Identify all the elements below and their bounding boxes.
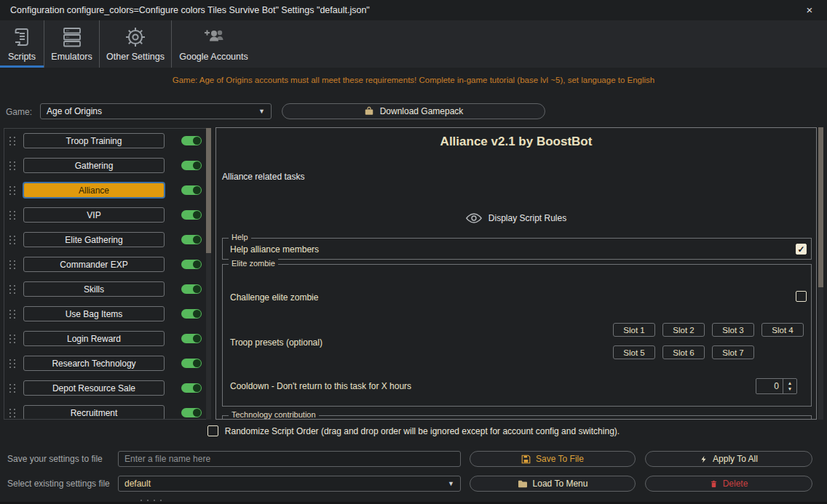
challenge-elite-zombie-checkbox[interactable]: ✓ xyxy=(796,291,807,302)
script-list-item: Research Technology xyxy=(4,356,210,371)
toggle-knob xyxy=(193,384,201,392)
script-button[interactable]: Gathering xyxy=(23,158,165,173)
drag-handle-icon[interactable] xyxy=(9,137,20,145)
panel-scrollbar-thumb[interactable] xyxy=(818,127,823,287)
drag-handle-icon[interactable] xyxy=(9,409,20,417)
script-settings-panel: Alliance v2.1 by BoostBot Alliance relat… xyxy=(215,127,817,420)
script-list-item: Use Bag Items xyxy=(4,306,210,321)
troop-presets-label: Troop presets (optional) xyxy=(230,337,323,348)
drag-handle-icon[interactable] xyxy=(9,161,20,170)
help-group: Help Help alliance members ✓ xyxy=(222,238,812,260)
cooldown-spinner: ▲ ▼ xyxy=(756,378,797,394)
file-name-input[interactable] xyxy=(118,451,461,467)
script-enabled-toggle[interactable] xyxy=(181,359,202,368)
window-title: Configuration configure_colors=Configure… xyxy=(10,5,370,15)
script-button[interactable]: Depot Resource Sale xyxy=(23,380,165,396)
script-enabled-toggle[interactable] xyxy=(181,210,202,220)
slot-button[interactable]: Slot 3 xyxy=(712,323,754,337)
script-enabled-toggle[interactable] xyxy=(181,136,202,145)
tab-other-settings[interactable]: Other Settings xyxy=(99,20,171,68)
save-settings-label: Save your settings to file xyxy=(7,451,103,467)
script-button[interactable]: Login Reward xyxy=(23,331,165,346)
tab-emulators[interactable]: Emulators xyxy=(44,20,99,68)
script-enabled-toggle[interactable] xyxy=(181,161,202,170)
slot-button[interactable]: Slot 7 xyxy=(712,345,754,359)
sidebar-scrollbar-thumb[interactable] xyxy=(206,128,211,253)
drag-handle-icon[interactable] xyxy=(9,384,20,393)
script-button[interactable]: Elite Gathering xyxy=(23,232,165,247)
drag-handle-icon[interactable] xyxy=(9,236,20,244)
game-select[interactable]: Age of Origins ▼ xyxy=(40,103,272,119)
help-alliance-members-checkbox[interactable]: ✓ xyxy=(796,244,807,255)
drag-handle-icon[interactable] xyxy=(9,260,20,269)
script-enabled-toggle[interactable] xyxy=(181,185,202,195)
script-enabled-toggle[interactable] xyxy=(181,260,202,269)
slot-button[interactable]: Slot 2 xyxy=(662,323,705,337)
script-list-item: Commander EXP xyxy=(4,257,210,272)
sidebar-scrollbar[interactable] xyxy=(206,128,211,420)
randomize-order-label: Randomize Script Order (drag and drop or… xyxy=(225,426,620,436)
script-enabled-toggle[interactable] xyxy=(181,383,202,393)
tab-google-accounts[interactable]: Google Accounts xyxy=(171,20,256,68)
eye-icon xyxy=(466,212,482,224)
script-enabled-toggle[interactable] xyxy=(181,235,202,244)
toggle-knob xyxy=(193,260,201,268)
script-enabled-toggle[interactable] xyxy=(181,408,202,417)
script-list-item: Login Reward xyxy=(4,331,210,346)
script-list-item: Elite Gathering xyxy=(4,232,210,247)
tab-label: Emulators xyxy=(51,52,92,62)
load-to-menu-button[interactable]: Load To Menu xyxy=(470,476,636,492)
display-script-rules-button[interactable]: Display Script Rules xyxy=(216,212,816,224)
cooldown-input[interactable] xyxy=(756,379,783,393)
randomize-order-checkbox[interactable]: ✓ xyxy=(207,425,218,436)
cooldown-label: Cooldown - Don't return to this task for… xyxy=(230,381,411,391)
panel-scrollbar[interactable] xyxy=(818,127,823,420)
script-button[interactable]: Recruitment xyxy=(23,405,165,420)
drag-handle-icon[interactable] xyxy=(9,186,20,195)
drag-handle-icon[interactable] xyxy=(9,211,20,220)
script-button[interactable]: Use Bag Items xyxy=(23,306,165,321)
add-people-icon xyxy=(202,25,226,49)
drag-handle-icon[interactable] xyxy=(9,359,20,368)
chevron-down-icon: ▼ xyxy=(448,480,454,487)
script-button[interactable]: Alliance xyxy=(23,183,165,198)
drag-handle-icon[interactable] xyxy=(9,285,20,294)
slot-button[interactable]: Slot 1 xyxy=(613,323,655,337)
tab-label: Scripts xyxy=(8,52,36,62)
delete-button[interactable]: Delete xyxy=(645,476,812,492)
close-icon[interactable]: × xyxy=(801,3,818,17)
troop-preset-slots: Slot 1 Slot 2 Slot 3 Slot 4 Slot 5 Slot … xyxy=(613,323,807,359)
floppy-disk-icon xyxy=(521,455,531,464)
spinner-down-icon[interactable]: ▼ xyxy=(788,387,792,392)
randomize-row: ✓ Randomize Script Order (drag and drop … xyxy=(0,425,827,436)
script-button[interactable]: Commander EXP xyxy=(23,257,165,272)
script-enabled-toggle[interactable] xyxy=(181,334,202,343)
settings-file-select[interactable]: default ▼ xyxy=(118,476,461,492)
toggle-knob xyxy=(193,335,201,343)
script-list-item: Skills xyxy=(4,281,210,297)
tab-bar: Scripts Emulators Other Settings xyxy=(0,20,827,68)
script-button[interactable]: Troop Training xyxy=(23,133,165,148)
elite-zombie-group: Elite zombie Challenge elite zombie ✓ Tr… xyxy=(222,264,812,407)
slot-button[interactable]: Slot 6 xyxy=(662,345,705,359)
tab-label: Google Accounts xyxy=(179,52,248,62)
script-enabled-toggle[interactable] xyxy=(181,309,202,319)
trash-icon xyxy=(710,479,718,489)
spinner-up-icon[interactable]: ▲ xyxy=(788,381,792,386)
tab-scripts[interactable]: Scripts xyxy=(0,20,44,68)
slot-button[interactable]: Slot 5 xyxy=(613,345,655,359)
download-gamepack-button[interactable]: Download Gamepack xyxy=(282,103,545,119)
drag-handle-icon[interactable] xyxy=(9,335,20,343)
script-button[interactable]: Skills xyxy=(23,281,165,297)
download-gamepack-label: Download Gamepack xyxy=(380,106,464,116)
script-list-item: Depot Resource Sale xyxy=(4,380,210,396)
script-enabled-toggle[interactable] xyxy=(181,284,202,294)
technology-contribution-group: Technology contribution xyxy=(222,415,812,420)
script-button[interactable]: Research Technology xyxy=(23,356,165,371)
apply-to-all-button[interactable]: Apply To All xyxy=(645,451,812,467)
slot-button[interactable]: Slot 4 xyxy=(761,323,804,337)
drag-handle-icon[interactable] xyxy=(9,310,20,319)
save-to-file-button[interactable]: Save To File xyxy=(470,451,636,467)
script-button[interactable]: VIP xyxy=(23,207,165,223)
warning-banner: Game: Age of Origins accounts must all m… xyxy=(0,76,827,84)
